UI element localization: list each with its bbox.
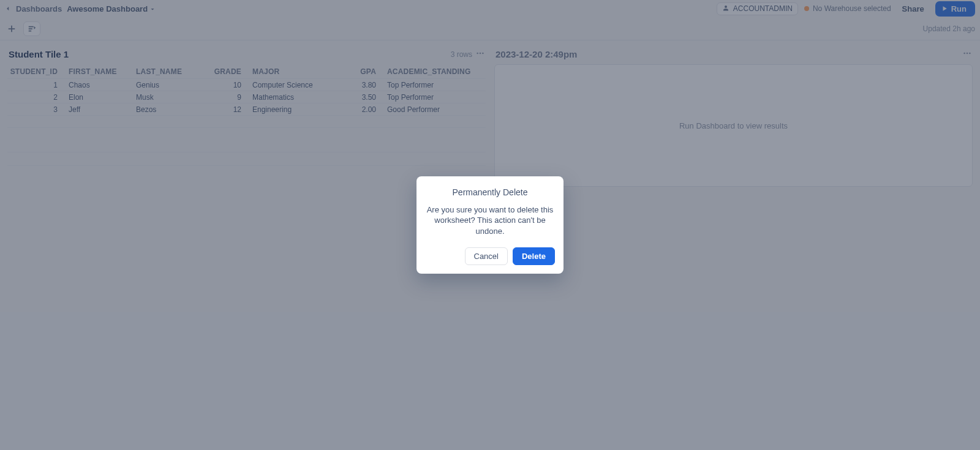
modal-title: Permanently Delete xyxy=(425,187,555,197)
modal-overlay[interactable]: Permanently Delete Are you sure you want… xyxy=(0,0,980,450)
delete-confirmation-modal: Permanently Delete Are you sure you want… xyxy=(417,176,564,274)
cancel-button[interactable]: Cancel xyxy=(465,247,508,265)
modal-body: Are you sure you want to delete this wor… xyxy=(425,204,555,237)
delete-button[interactable]: Delete xyxy=(513,247,555,265)
